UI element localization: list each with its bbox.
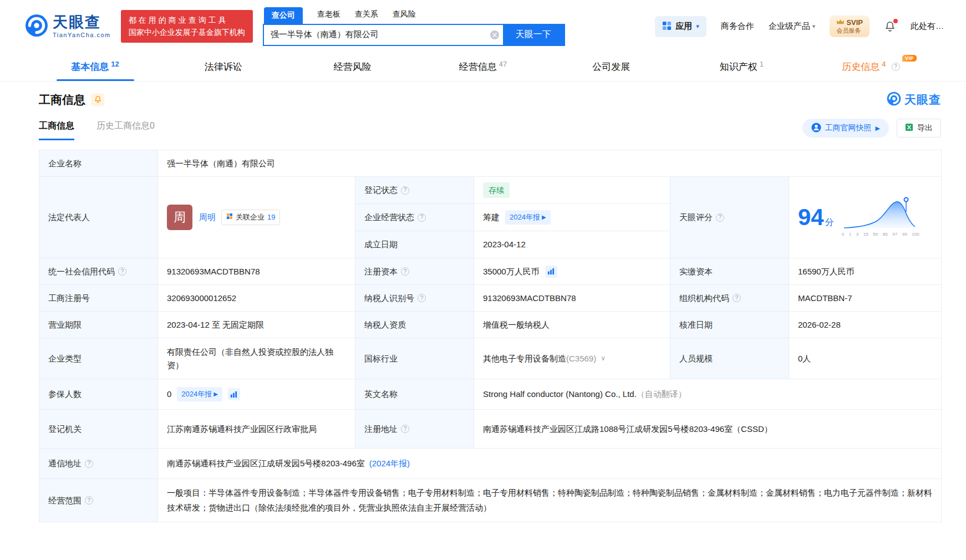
official-snapshot-button[interactable]: 工商官网快照 ▶ [802,119,889,138]
tianyan-score-value[interactable]: 94分 [798,198,834,236]
credit-code-value: 91320693MACDTBBN78 [158,258,355,285]
tab-business-info[interactable]: 经营信息47 [418,53,547,81]
org-code-label: 组织机构代码 [670,285,789,312]
top-header: 天眼查 TianYanCha.com 都在用的商业查询工具 国家中小企业发展子基… [0,0,966,53]
watermark-logo-icon [887,91,901,108]
insured-chart-icon[interactable] [228,388,240,400]
annual-report-link[interactable]: (2024年报) [369,457,410,470]
search-tab-company[interactable]: 查公司 [264,7,303,24]
svip-membership-badge[interactable]: SVIP 会员服务 [830,16,870,37]
industry-label: 国标行业 [355,338,474,379]
org-code-value: MACDTBBN-7 [789,285,942,312]
value-text: 筹建 [483,211,500,224]
label-text: 登记机关 [48,422,82,436]
account-more[interactable]: 此处有… [911,21,944,32]
help-icon[interactable] [85,496,93,505]
label-text: 登记状态 [364,184,398,197]
annual-report-badge[interactable]: 2024年报▶ [505,210,551,225]
help-icon[interactable] [892,63,900,71]
reg-address-value: 南通苏锡通科技产业园区江成路1088号江成研发园5号楼8203-496室（CSS… [474,410,942,449]
tab-operational-risk[interactable]: 经营风险 [289,53,418,81]
related-companies-tag[interactable]: 关联企业 19 [221,210,280,226]
help-icon[interactable] [418,294,426,302]
value-text: 增值税一般纳税人 [483,318,550,332]
tab-company-development[interactable]: 公司发展 [548,53,677,81]
help-icon[interactable] [85,460,93,468]
label-text: 天眼评分 [679,211,713,224]
menu-business-cooperation[interactable]: 商务合作 [721,21,754,32]
company-name-label: 企业名称 [39,150,158,177]
tab-label: 基本信息 [71,60,109,73]
value-text: 35000万人民币 [483,265,540,278]
badge-text: 2024年报 [181,389,212,400]
capital-chart-icon[interactable] [545,266,557,278]
help-icon[interactable] [401,267,409,276]
slogan-banner: 都在用的商业查询工具 国家中小企业发展子基金旗下机构 [121,10,253,43]
taxpayer-id-label: 纳税人识别号 [355,285,474,312]
label-text: 参保人数 [48,388,82,401]
search-tab-relation[interactable]: 查关系 [355,9,378,24]
clear-search-icon[interactable] [486,25,503,45]
company-type-value: 有限责任公司（非自然人投资或控股的法人独资） [158,338,355,379]
tab-intellectual-property[interactable]: 知识产权1 [677,53,806,81]
tab-label: 经营风险 [334,60,372,73]
search-button[interactable]: 天眼一下 [503,25,564,45]
search-tab-boss[interactable]: 查老板 [317,9,340,24]
related-companies-label: 关联企业 [236,212,265,223]
subtab-history-info[interactable]: 历史工商信息0 [96,120,155,140]
tab-legal-proceedings[interactable]: 法律诉讼 [160,53,289,81]
tab-history-info[interactable]: VIP 历史信息4 [806,53,936,81]
help-icon[interactable] [401,425,409,433]
notifications-bell-icon[interactable] [884,21,896,33]
search-tab-risk[interactable]: 查风险 [393,9,416,24]
chevron-down-icon: ▾ [696,23,699,30]
value-text: Strong Half conductor (Nantong) Co., Ltd… [483,388,637,401]
label-text: 成立日期 [364,238,398,251]
legal-rep-name-link[interactable]: 周明 [199,211,216,224]
label-text: 纳税人识别号 [364,292,414,305]
taxpayer-id-value: 91320693MACDTBBN78 [474,285,670,312]
watermark-text: 天眼查 [904,92,941,108]
value-text: 南通苏锡通科技产业园区江成研发园5号楼8203-496室 [167,457,365,470]
search-input[interactable] [264,25,486,45]
apps-button[interactable]: 应用 ▾ [655,16,706,37]
score-label: 天眼评分 [670,177,789,258]
label-text: 核准日期 [679,318,713,332]
annual-report-badge[interactable]: 2024年报▶ [177,387,222,402]
monitor-bell-icon[interactable] [91,93,104,106]
establish-date-value: 2023-04-12 [474,231,670,258]
registry-value: 江苏南通苏锡通科技产业园区行政审批局 [158,410,355,449]
legal-rep-avatar[interactable]: 周 [167,205,192,230]
label-text: 通信地址 [48,457,82,470]
help-icon[interactable] [401,186,409,195]
menu-enterprise-products[interactable]: 企业级产品 ▾ [769,21,816,32]
subtab-current-info[interactable]: 工商信息 [39,120,74,140]
help-icon[interactable] [716,213,724,222]
excel-icon [905,123,913,133]
apps-grid-icon [662,21,672,32]
tianyancha-logo[interactable]: 天眼查 TianYanCha.com [25,14,111,39]
help-icon[interactable] [733,294,741,302]
value-text: 一般项目：半导体器件专用设备制造；半导体器件专用设备销售；电子专用材料制造；电子… [167,486,932,515]
reg-number-label: 工商注册号 [39,285,158,312]
label-text: 注册地址 [364,422,398,436]
chevron-down-icon[interactable]: ∨ [601,353,606,364]
operating-status-label: 企业经营状态 [355,204,474,231]
help-icon[interactable] [418,213,426,222]
value-text: 320693000012652 [167,292,236,305]
business-term-label: 营业期限 [39,312,158,338]
help-icon[interactable] [118,267,126,276]
approval-date-value: 2026-02-28 [789,312,942,338]
label-text: 经营范围 [48,494,82,507]
tab-basic-info[interactable]: 基本信息12 [30,53,160,81]
legal-rep-label: 法定代表人 [39,177,158,258]
score-unit: 分 [825,217,834,227]
value-text: 0人 [798,352,811,365]
tab-label: 历史信息 [842,60,879,73]
label-text: 企业名称 [48,157,82,170]
tab-count: 1 [760,60,764,68]
staff-size-value: 0人 [789,338,942,379]
label-text: 注册资本 [364,265,398,278]
export-button[interactable]: 导出 [897,119,941,138]
reg-capital-cell: 35000万人民币 [474,258,670,285]
